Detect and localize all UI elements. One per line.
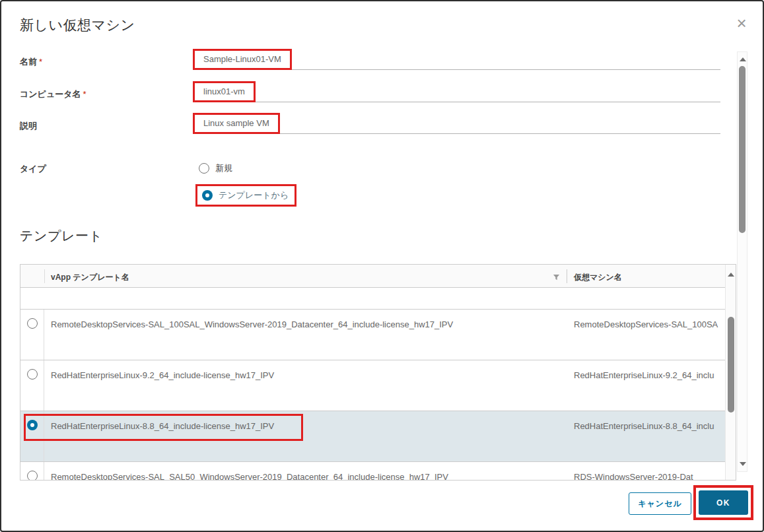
type-field-label: タイプ [20, 163, 46, 175]
table-row-clipped[interactable]: RemoteDesktopServices-SAL_SAL50_WindowsS… [20, 462, 736, 481]
row-radio-cell [20, 411, 44, 461]
template-table: vApp テンプレート名 仮想マシン名 RemoteDesktopService… [20, 264, 736, 481]
vapp-template-name: RedHatEnterpriseLinux-9.2_64_include-lic… [51, 370, 563, 380]
row-radio-cell [20, 360, 44, 411]
dialog-scrollbar-thumb[interactable] [739, 66, 746, 233]
radio-selected-icon[interactable] [27, 420, 38, 430]
radio-selected-icon[interactable] [202, 190, 213, 201]
table-filter-row[interactable] [20, 288, 736, 310]
type-option-new-label: 新規 [215, 162, 232, 174]
computer-name-label-text: コンピュータ名 [20, 89, 81, 99]
vm-name: RDS-WindowsServer-2019-Dat [574, 472, 726, 481]
table-row[interactable]: RemoteDesktopServices-SAL_100SAL_Windows… [20, 310, 736, 360]
type-option-new[interactable]: 新規 [199, 162, 232, 174]
column-divider [44, 269, 45, 283]
computer-name-input[interactable]: linux01-vm [195, 84, 720, 102]
column-header-vapp-template[interactable]: vApp テンプレート名 [51, 272, 129, 283]
required-asterisk: * [39, 57, 42, 67]
vapp-template-name: RemoteDesktopServices-SAL_SAL50_WindowsS… [51, 472, 563, 481]
description-input[interactable]: Linux sample VM [195, 116, 720, 134]
template-section-heading: テンプレート [20, 227, 102, 245]
name-label-text: 名前 [20, 57, 37, 67]
ok-button[interactable]: OK [699, 490, 748, 515]
computer-name-value-annotation: linux01-vm [193, 81, 256, 102]
row-radio-cell [20, 310, 44, 360]
row-radio-cell [20, 462, 44, 481]
radio-unselected-icon[interactable] [27, 318, 38, 329]
new-vm-dialog: 新しい仮想マシン × 名前* Sample-Linux01-VM コンピュータ名… [0, 0, 764, 532]
radio-unselected-icon[interactable] [199, 163, 209, 174]
table-header: vApp テンプレート名 仮想マシン名 [20, 265, 736, 288]
computer-name-field-label: コンピュータ名* [20, 88, 87, 100]
name-input[interactable]: Sample-Linux01-VM [195, 51, 720, 70]
close-icon[interactable]: × [730, 12, 753, 34]
name-field-label: 名前* [20, 56, 42, 68]
type-option-from-template[interactable]: テンプレートから [195, 184, 296, 207]
cancel-button[interactable]: キャンセル [629, 492, 691, 515]
vm-name: RedHatEnterpriseLinux-8.8_64_inclu [574, 421, 726, 431]
vapp-template-name: RemoteDesktopServices-SAL_100SAL_Windows… [51, 319, 563, 329]
description-field-label: 説明 [20, 120, 37, 132]
radio-unselected-icon[interactable] [27, 471, 38, 481]
vm-name: RedHatEnterpriseLinux-9.2_64_inclu [574, 370, 726, 380]
scroll-up-icon[interactable] [728, 273, 734, 277]
dialog-scrollbar[interactable] [737, 51, 747, 472]
vapp-template-name: RedHatEnterpriseLinux-8.8_64_include-lic… [51, 421, 563, 431]
table-scrollbar[interactable] [725, 265, 736, 480]
filter-icon[interactable] [553, 272, 560, 284]
vm-name: RemoteDesktopServices-SAL_100SA [574, 319, 726, 329]
column-divider [567, 269, 567, 283]
required-asterisk: * [83, 89, 87, 99]
column-header-vm-name[interactable]: 仮想マシン名 [574, 272, 622, 283]
table-row-selected[interactable]: RedHatEnterpriseLinux-8.8_64_include-lic… [20, 411, 736, 462]
table-scrollbar-thumb[interactable] [728, 317, 734, 413]
radio-unselected-icon[interactable] [27, 369, 38, 380]
scroll-down-icon[interactable] [740, 462, 746, 466]
scroll-up-icon[interactable] [740, 57, 746, 61]
name-value-annotation: Sample-Linux01-VM [193, 49, 292, 70]
description-value-annotation: Linux sample VM [193, 113, 280, 134]
dialog-title: 新しい仮想マシン [20, 16, 135, 34]
type-option-from-template-label: テンプレートから [219, 189, 289, 201]
description-label-text: 説明 [20, 121, 37, 131]
table-row[interactable]: RedHatEnterpriseLinux-9.2_64_include-lic… [20, 360, 736, 411]
